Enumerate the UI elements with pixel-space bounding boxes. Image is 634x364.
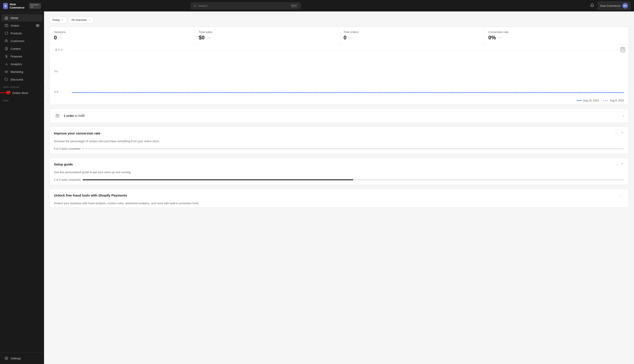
sidebar-item-customers[interactable]: Customers (1, 37, 43, 45)
svg-point-19 (194, 4, 196, 6)
total-sales-label: Total sales (199, 30, 334, 34)
conversion-task-menu-button[interactable]: ··· (613, 130, 620, 136)
shopify-logo: S (3, 3, 8, 9)
sidebar-item-content[interactable]: Content (1, 45, 43, 52)
conversion-task-card: Improve your conversion rate ··· Increas… (49, 126, 629, 154)
orders-section-text: 1 order to fulfill (64, 114, 623, 118)
search-shortcut: ⌘ K (290, 4, 298, 8)
stat-sessions: Sessions 0 — (50, 27, 194, 44)
time-filter-label: Today (52, 18, 60, 22)
orders-suffix: to fulfill (74, 114, 84, 118)
svg-rect-15 (7, 91, 10, 93)
time-filter-chevron (61, 19, 64, 21)
filter-bar: Today All channels (49, 17, 629, 23)
account-button[interactable]: How Commerce HC (598, 2, 630, 10)
orders-section-card: 1 order to fulfill › (49, 108, 629, 123)
store-badge: Summer '23 (29, 3, 41, 9)
svg-point-4 (5, 40, 6, 41)
chart-svg: 10 5 0 12:00 AM 3:00 AM 6:00 AM 9:00 AM (54, 48, 624, 94)
svg-line-20 (196, 6, 196, 7)
sales-channels-label: Sales channels (3, 86, 20, 88)
sessions-value: 0 — (54, 34, 190, 41)
setup-task-header: Setup guide ··· (50, 158, 628, 170)
avatar: HC (622, 3, 628, 8)
fraud-task-header: Unlock free fraud tools with Shopify Pay… (50, 189, 628, 202)
orders-badge: 1 (36, 24, 40, 27)
apps-chevron[interactable]: › (40, 99, 41, 102)
sidebar-footer: Settings (0, 352, 44, 364)
orders-icon (4, 24, 8, 28)
sidebar-item-label-products: Products (10, 32, 22, 35)
svg-point-18 (6, 358, 7, 359)
finances-icon (4, 54, 8, 58)
main-area: Search ⌘ K How Commerce HC Today All ch (44, 0, 634, 364)
stat-total-orders: Total orders 0 — (339, 27, 484, 44)
channel-filter-button[interactable]: All channels (68, 17, 94, 23)
sidebar-nav: Home Orders 1 Products Customers (0, 12, 44, 352)
fraud-task-desc: Protect your business with fraud analysi… (50, 202, 628, 208)
channel-filter-chevron (88, 19, 91, 21)
time-filter-button[interactable]: Today (49, 17, 67, 23)
search-icon (194, 4, 196, 7)
setup-task-title: Setup guide (54, 162, 613, 166)
sidebar-item-online-store[interactable]: Online Store (1, 89, 43, 96)
sidebar-item-discounts[interactable]: Discounts (1, 76, 43, 83)
online-store-label: Online Store (12, 91, 28, 95)
conversion-task-desc: Increase the percentage of visitors who … (50, 140, 628, 146)
fraud-task-menu-button[interactable]: ··· (618, 192, 624, 198)
sidebar-item-label-finances: Finances (10, 55, 22, 58)
total-sales-value: $0 — (199, 34, 334, 41)
legend-aug10: Aug 10, 2023 (576, 99, 599, 102)
fraud-task-card: Unlock free fraud tools with Shopify Pay… (49, 188, 629, 208)
conversion-progress-fill (82, 148, 83, 149)
sidebar-item-label-customers: Customers (10, 40, 24, 43)
svg-text:10: 10 (54, 48, 63, 51)
setup-progress-label: 2 of 4 tasks completed (54, 178, 80, 181)
chart-export-button[interactable] (620, 47, 625, 52)
stats-card: Sessions 0 — Total sales $0 — Total orde… (49, 27, 629, 105)
sidebar-item-label-analytics: Analytics (10, 62, 22, 66)
stat-total-sales: Total sales $0 — (194, 27, 339, 44)
sidebar-item-label-marketing: Marketing (10, 70, 23, 74)
conversion-task-title: Improve your conversion rate (54, 132, 613, 135)
sales-channels-chevron[interactable]: › (40, 86, 41, 88)
svg-marker-11 (5, 71, 6, 72)
sidebar: S How Commerce Summer '23 Home Orders 1 … (0, 0, 44, 364)
conversion-task-header: Improve your conversion rate ··· (50, 127, 628, 140)
stat-conversion-rate: Conversion rate 0% — (484, 27, 628, 44)
sidebar-item-analytics[interactable]: Analytics (1, 60, 43, 68)
topbar: Search ⌘ K How Commerce HC (44, 0, 634, 12)
total-orders-label: Total orders (344, 30, 480, 34)
conversion-rate-label: Conversion rate (488, 30, 624, 34)
conversion-rate-value: 0% — (488, 34, 624, 41)
channel-filter-label: All channels (71, 18, 87, 22)
sidebar-item-products[interactable]: Products (1, 30, 43, 37)
total-orders-value: 0 — (344, 34, 480, 41)
total-orders-dash: — (348, 36, 352, 40)
chart-area: 10 5 0 12:00 AM 3:00 AM 6:00 AM 9:00 AM (50, 44, 628, 97)
analytics-icon (4, 62, 8, 66)
content-icon (4, 47, 8, 50)
sidebar-item-orders[interactable]: Orders 1 (1, 22, 43, 29)
sidebar-item-finances[interactable]: Finances (1, 52, 43, 60)
settings-label: Settings (10, 357, 21, 360)
legend-label-aug10: Aug 10, 2023 (583, 99, 599, 102)
orders-row[interactable]: 1 order to fulfill › (50, 109, 628, 123)
sidebar-item-label-home: Home (10, 16, 18, 20)
apps-label: Apps (3, 99, 8, 102)
sessions-label: Sessions (54, 30, 190, 34)
setup-task-menu-button[interactable]: ··· (613, 161, 620, 167)
sidebar-item-settings[interactable]: Settings (1, 354, 43, 362)
setup-task-card: Setup guide ··· Use this personalized gu… (49, 158, 629, 185)
search-bar[interactable]: Search ⌘ K (191, 2, 301, 9)
setup-progress-fill (82, 179, 353, 180)
sidebar-item-marketing[interactable]: Marketing (1, 68, 43, 76)
sidebar-header: S How Commerce Summer '23 (0, 0, 44, 12)
topbar-right: How Commerce HC (589, 2, 630, 10)
notification-button[interactable] (589, 2, 595, 9)
conversion-progress-bar (82, 148, 624, 149)
sidebar-item-home[interactable]: Home (1, 14, 43, 22)
conversion-progress-label: 0 of 4 tasks completed (54, 147, 80, 150)
setup-task-desc: Use this personalized guide to get your … (50, 170, 628, 176)
stats-row: Sessions 0 — Total sales $0 — Total orde… (50, 27, 628, 44)
